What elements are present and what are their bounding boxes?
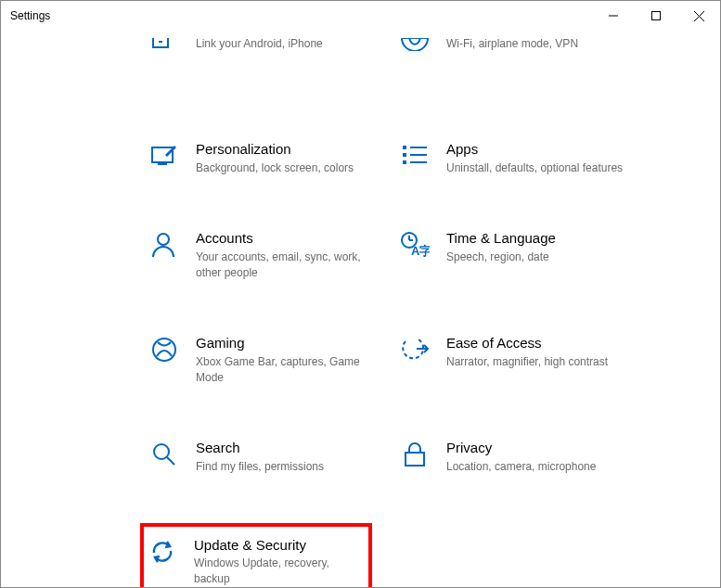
paintbrush-icon [149, 142, 179, 172]
tile-title: Apps [446, 140, 634, 159]
tile-text: Personalization Background, lock screen,… [196, 140, 393, 175]
tile-ease-of-access[interactable]: Ease of Access Narrator, magnifier, high… [396, 328, 647, 390]
tile-text: Update & Security Windows Update, recove… [194, 536, 365, 587]
tile-sub: Wi-Fi, airplane mode, VPN [446, 36, 634, 52]
tile-sub: Windows Update, recovery, backup [194, 556, 355, 587]
tile-title: Update & Security [194, 536, 355, 555]
svg-rect-23 [406, 453, 424, 466]
svg-rect-8 [403, 146, 406, 149]
minimize-button[interactable] [592, 1, 635, 31]
tile-update-security[interactable]: Update & Security Windows Update, recove… [140, 523, 372, 588]
tile-text: Gaming Xbox Game Bar, captures, Game Mod… [196, 334, 393, 385]
svg-line-22 [167, 457, 174, 465]
tile-time-language[interactable]: A字 Time & Language Speech, region, date [396, 224, 647, 286]
window-title: Settings [10, 9, 50, 22]
svg-point-21 [154, 444, 169, 459]
apps-list-icon [400, 142, 430, 172]
tile-sub: Link your Android, iPhone [196, 36, 383, 52]
tile-title: Ease of Access [446, 334, 634, 352]
tile-title: Time & Language [446, 229, 634, 248]
tile-gaming[interactable]: Gaming Xbox Game Bar, captures, Game Mod… [146, 328, 396, 390]
settings-grid: Link your Android, iPhone Wi-Fi, airplan… [19, 31, 702, 588]
ease-of-access-icon [400, 336, 430, 365]
tile-sub: Background, lock screen, colors [196, 160, 383, 176]
tile-title: Personalization [196, 140, 383, 159]
tile-sub: Narrator, magnifier, high contrast [446, 354, 634, 370]
tile-privacy[interactable]: Privacy Location, camera, microphone [396, 433, 647, 479]
tile-accounts[interactable]: Accounts Your accounts, email, sync, wor… [146, 224, 396, 286]
tile-text: Search Find my files, permissions [196, 439, 393, 474]
tile-title: Gaming [196, 334, 383, 352]
svg-rect-6 [152, 147, 173, 162]
svg-rect-10 [403, 153, 406, 157]
search-icon [149, 441, 179, 470]
phone-icon [149, 38, 179, 68]
tile-sub: Find my files, permissions [196, 459, 383, 475]
person-icon [149, 231, 179, 261]
clock-language-icon: A字 [400, 231, 430, 261]
tile-title: Search [196, 439, 383, 457]
tile-text: Link your Android, iPhone [196, 36, 393, 52]
globe-icon [400, 38, 430, 68]
tile-text: Time & Language Speech, region, date [446, 229, 643, 264]
tile-text: Accounts Your accounts, email, sync, wor… [196, 229, 393, 280]
tile-sub: Xbox Game Bar, captures, Game Mode [196, 354, 383, 386]
svg-rect-12 [403, 160, 406, 164]
tile-text: Privacy Location, camera, microphone [446, 439, 643, 474]
svg-text:A字: A字 [411, 244, 430, 258]
svg-rect-1 [652, 12, 661, 20]
tile-phone[interactable]: Link your Android, iPhone [146, 31, 396, 73]
lock-icon [400, 441, 430, 470]
tile-text: Ease of Access Narrator, magnifier, high… [446, 334, 643, 369]
maximize-button[interactable] [635, 1, 677, 31]
tile-text: Wi-Fi, airplane mode, VPN [446, 36, 643, 52]
tile-search[interactable]: Search Find my files, permissions [146, 433, 396, 479]
svg-point-14 [158, 234, 169, 245]
tile-sub: Uninstall, defaults, optional features [446, 160, 634, 176]
xbox-icon [149, 336, 179, 365]
tile-sub: Location, camera, microphone [446, 459, 634, 475]
tile-personalization[interactable]: Personalization Background, lock screen,… [146, 134, 396, 181]
window-controls [592, 1, 720, 31]
tile-title: Accounts [196, 229, 383, 248]
tile-title: Privacy [446, 439, 634, 457]
tile-apps[interactable]: Apps Uninstall, defaults, optional featu… [396, 134, 647, 181]
tile-text: Apps Uninstall, defaults, optional featu… [446, 140, 643, 175]
settings-content: Link your Android, iPhone Wi-Fi, airplan… [1, 31, 720, 588]
svg-rect-4 [159, 41, 162, 43]
sync-arrows-icon [148, 538, 177, 568]
tile-sub: Your accounts, email, sync, work, other … [196, 249, 383, 281]
tile-network[interactable]: Wi-Fi, airplane mode, VPN [396, 31, 647, 73]
tile-sub: Speech, region, date [446, 249, 634, 265]
close-button[interactable] [677, 1, 720, 31]
window-titlebar: Settings [1, 1, 720, 31]
